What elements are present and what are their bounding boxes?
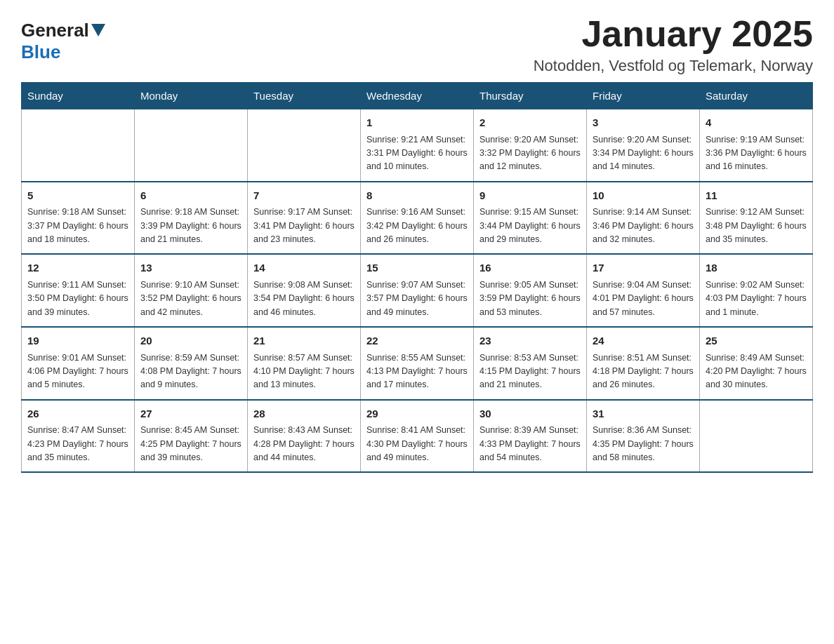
- day-info: Sunrise: 8:51 AM Sunset: 4:18 PM Dayligh…: [593, 351, 694, 392]
- day-info: Sunrise: 8:41 AM Sunset: 4:30 PM Dayligh…: [366, 424, 468, 464]
- day-info: Sunrise: 9:19 AM Sunset: 3:36 PM Dayligh…: [706, 133, 807, 174]
- calendar-header-saturday: Saturday: [700, 83, 813, 109]
- page-subtitle: Notodden, Vestfold og Telemark, Norway: [534, 57, 813, 75]
- day-number: 26: [27, 406, 128, 422]
- day-info: Sunrise: 9:05 AM Sunset: 3:59 PM Dayligh…: [479, 279, 581, 319]
- day-number: 19: [27, 333, 128, 349]
- day-info: Sunrise: 9:07 AM Sunset: 3:57 PM Dayligh…: [366, 279, 468, 319]
- calendar-cell: 21Sunrise: 8:57 AM Sunset: 4:10 PM Dayli…: [248, 327, 361, 400]
- calendar-cell: [135, 109, 248, 182]
- day-info: Sunrise: 8:39 AM Sunset: 4:33 PM Dayligh…: [479, 424, 581, 464]
- day-number: 22: [366, 333, 468, 349]
- day-info: Sunrise: 9:12 AM Sunset: 3:48 PM Dayligh…: [706, 206, 807, 246]
- day-number: 18: [706, 260, 807, 276]
- day-info: Sunrise: 9:15 AM Sunset: 3:44 PM Dayligh…: [479, 206, 581, 246]
- day-number: 21: [253, 333, 355, 349]
- day-info: Sunrise: 9:10 AM Sunset: 3:52 PM Dayligh…: [140, 279, 241, 319]
- calendar-cell: 11Sunrise: 9:12 AM Sunset: 3:48 PM Dayli…: [700, 182, 813, 255]
- logo: General Blue: [21, 20, 105, 63]
- day-info: Sunrise: 8:59 AM Sunset: 4:08 PM Dayligh…: [140, 351, 241, 392]
- day-number: 2: [479, 115, 581, 131]
- calendar-week-row: 12Sunrise: 9:11 AM Sunset: 3:50 PM Dayli…: [22, 254, 813, 327]
- day-number: 17: [593, 260, 694, 276]
- calendar-cell: 12Sunrise: 9:11 AM Sunset: 3:50 PM Dayli…: [22, 254, 135, 327]
- day-number: 11: [706, 188, 807, 204]
- calendar-cell: 14Sunrise: 9:08 AM Sunset: 3:54 PM Dayli…: [248, 254, 361, 327]
- page-header: General Blue January 2025 Notodden, Vest…: [21, 14, 813, 75]
- calendar-cell: 18Sunrise: 9:02 AM Sunset: 4:03 PM Dayli…: [700, 254, 813, 327]
- day-number: 9: [479, 188, 581, 204]
- calendar-cell: 19Sunrise: 9:01 AM Sunset: 4:06 PM Dayli…: [22, 327, 135, 400]
- calendar-cell: 8Sunrise: 9:16 AM Sunset: 3:42 PM Daylig…: [361, 182, 474, 255]
- day-number: 1: [366, 115, 468, 131]
- day-number: 23: [479, 333, 581, 349]
- calendar-cell: 2Sunrise: 9:20 AM Sunset: 3:32 PM Daylig…: [474, 109, 587, 182]
- day-info: Sunrise: 8:36 AM Sunset: 4:35 PM Dayligh…: [593, 424, 694, 464]
- day-number: 31: [593, 406, 694, 422]
- calendar-cell: 1Sunrise: 9:21 AM Sunset: 3:31 PM Daylig…: [361, 109, 474, 182]
- calendar-cell: 30Sunrise: 8:39 AM Sunset: 4:33 PM Dayli…: [474, 400, 587, 473]
- day-number: 28: [253, 406, 355, 422]
- calendar-header-monday: Monday: [135, 83, 248, 109]
- day-number: 25: [706, 333, 807, 349]
- calendar-cell: 13Sunrise: 9:10 AM Sunset: 3:52 PM Dayli…: [135, 254, 248, 327]
- day-number: 12: [27, 260, 128, 276]
- day-info: Sunrise: 9:17 AM Sunset: 3:41 PM Dayligh…: [253, 206, 355, 246]
- day-info: Sunrise: 8:55 AM Sunset: 4:13 PM Dayligh…: [366, 351, 468, 392]
- day-info: Sunrise: 9:20 AM Sunset: 3:34 PM Dayligh…: [593, 133, 694, 174]
- day-number: 4: [706, 115, 807, 131]
- day-info: Sunrise: 8:45 AM Sunset: 4:25 PM Dayligh…: [140, 424, 241, 464]
- day-number: 15: [366, 260, 468, 276]
- day-info: Sunrise: 8:47 AM Sunset: 4:23 PM Dayligh…: [27, 424, 128, 464]
- day-info: Sunrise: 9:21 AM Sunset: 3:31 PM Dayligh…: [366, 133, 468, 174]
- page-title: January 2025: [534, 14, 813, 54]
- calendar-cell: 22Sunrise: 8:55 AM Sunset: 4:13 PM Dayli…: [361, 327, 474, 400]
- day-info: Sunrise: 9:16 AM Sunset: 3:42 PM Dayligh…: [366, 206, 468, 246]
- day-number: 29: [366, 406, 468, 422]
- calendar-week-row: 5Sunrise: 9:18 AM Sunset: 3:37 PM Daylig…: [22, 182, 813, 255]
- day-number: 8: [366, 188, 468, 204]
- calendar-week-row: 26Sunrise: 8:47 AM Sunset: 4:23 PM Dayli…: [22, 400, 813, 473]
- title-block: January 2025 Notodden, Vestfold og Telem…: [534, 14, 813, 75]
- calendar-cell: 24Sunrise: 8:51 AM Sunset: 4:18 PM Dayli…: [587, 327, 700, 400]
- calendar-header-wednesday: Wednesday: [361, 83, 474, 109]
- calendar-cell: 26Sunrise: 8:47 AM Sunset: 4:23 PM Dayli…: [22, 400, 135, 473]
- calendar-table: SundayMondayTuesdayWednesdayThursdayFrid…: [21, 82, 813, 473]
- calendar-cell: 29Sunrise: 8:41 AM Sunset: 4:30 PM Dayli…: [361, 400, 474, 473]
- day-info: Sunrise: 9:11 AM Sunset: 3:50 PM Dayligh…: [27, 279, 128, 319]
- calendar-cell: 23Sunrise: 8:53 AM Sunset: 4:15 PM Dayli…: [474, 327, 587, 400]
- day-number: 27: [140, 406, 241, 422]
- day-info: Sunrise: 8:43 AM Sunset: 4:28 PM Dayligh…: [253, 424, 355, 464]
- day-number: 5: [27, 188, 128, 204]
- day-number: 30: [479, 406, 581, 422]
- calendar-cell: 3Sunrise: 9:20 AM Sunset: 3:34 PM Daylig…: [587, 109, 700, 182]
- day-number: 24: [593, 333, 694, 349]
- calendar-header-thursday: Thursday: [474, 83, 587, 109]
- calendar-cell: [22, 109, 135, 182]
- calendar-cell: 5Sunrise: 9:18 AM Sunset: 3:37 PM Daylig…: [22, 182, 135, 255]
- day-number: 3: [593, 115, 694, 131]
- day-info: Sunrise: 9:18 AM Sunset: 3:37 PM Dayligh…: [27, 206, 128, 246]
- calendar-cell: 25Sunrise: 8:49 AM Sunset: 4:20 PM Dayli…: [700, 327, 813, 400]
- day-info: Sunrise: 9:08 AM Sunset: 3:54 PM Dayligh…: [253, 279, 355, 319]
- day-info: Sunrise: 9:04 AM Sunset: 4:01 PM Dayligh…: [593, 279, 694, 319]
- day-info: Sunrise: 8:53 AM Sunset: 4:15 PM Dayligh…: [479, 351, 581, 392]
- day-number: 13: [140, 260, 241, 276]
- calendar-cell: 20Sunrise: 8:59 AM Sunset: 4:08 PM Dayli…: [135, 327, 248, 400]
- calendar-week-row: 19Sunrise: 9:01 AM Sunset: 4:06 PM Dayli…: [22, 327, 813, 400]
- day-info: Sunrise: 8:49 AM Sunset: 4:20 PM Dayligh…: [706, 351, 807, 392]
- calendar-header-friday: Friday: [587, 83, 700, 109]
- calendar-header-tuesday: Tuesday: [248, 83, 361, 109]
- calendar-cell: 10Sunrise: 9:14 AM Sunset: 3:46 PM Dayli…: [587, 182, 700, 255]
- calendar-cell: [248, 109, 361, 182]
- day-number: 6: [140, 188, 241, 204]
- day-number: 20: [140, 333, 241, 349]
- calendar-header-sunday: Sunday: [22, 83, 135, 109]
- calendar-cell: 27Sunrise: 8:45 AM Sunset: 4:25 PM Dayli…: [135, 400, 248, 473]
- calendar-cell: 16Sunrise: 9:05 AM Sunset: 3:59 PM Dayli…: [474, 254, 587, 327]
- logo-arrow-icon: [91, 24, 105, 36]
- day-info: Sunrise: 9:14 AM Sunset: 3:46 PM Dayligh…: [593, 206, 694, 246]
- logo-general-text: General: [21, 20, 105, 41]
- calendar-cell: 17Sunrise: 9:04 AM Sunset: 4:01 PM Dayli…: [587, 254, 700, 327]
- calendar-cell: 4Sunrise: 9:19 AM Sunset: 3:36 PM Daylig…: [700, 109, 813, 182]
